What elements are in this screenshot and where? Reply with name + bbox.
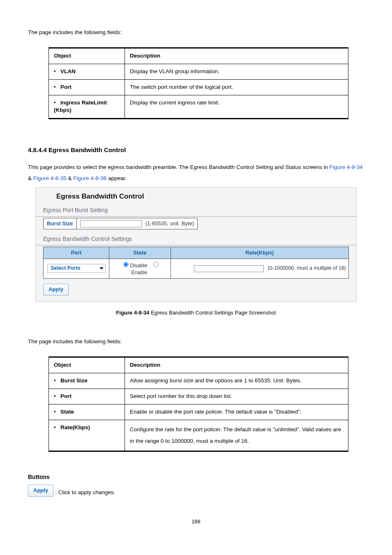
obj-cell: •Burst Size [49, 373, 125, 388]
desc-table-2: Object Description •Burst Size Allow ass… [48, 356, 348, 452]
figure-link-1[interactable]: Figure 4-8-34 [330, 164, 363, 170]
obj-cell: •VLAN [49, 64, 125, 79]
desc-cell: Enable or disable the port rate policer.… [125, 404, 348, 420]
section-heading: 4.8.4.4 Egress Bandwidth Control [28, 146, 364, 154]
figure-caption: Figure 4-8-34 Egress Bandwidth Control S… [28, 309, 364, 317]
state-enable-radio[interactable] [153, 262, 159, 267]
rate-cell: (0-1000000, must a multiple of 16) [171, 259, 349, 278]
state-disable-radio[interactable] [123, 262, 129, 267]
desc-cell: Allow assigning burst size and the optio… [125, 373, 348, 388]
th-description: Description [125, 48, 348, 64]
figure-link-2[interactable]: Figure 4-8-35 [33, 175, 67, 181]
apply-desc: : Click to apply changes. [55, 489, 115, 497]
desc-table-1: Object Description •VLAN Display the VLA… [48, 47, 348, 119]
obj-cell: •Ingress RateLimit (Kbps) [49, 95, 125, 119]
select-ports-dropdown[interactable]: Select Ports [47, 264, 106, 273]
th-port: Port [44, 247, 109, 259]
apply-button-doc[interactable]: Apply [28, 485, 53, 497]
obj-cell: •State [49, 404, 125, 420]
egress-panel: Egress Bandwidth Control Egress Port Bur… [35, 187, 357, 302]
burst-hint: (1-65535, unit: Byte) [145, 220, 194, 227]
ctl-heading: Egress Bandwidth Control Settings [36, 234, 356, 245]
burst-table: Burst Size (1-65535, unit: Byte) [43, 218, 198, 229]
fields-lead-1: The page includes the following fields: [28, 29, 364, 37]
th-state: State [109, 247, 171, 259]
ctl-table: Port State Rate(Kbps) Select Ports Disab… [43, 247, 349, 279]
th-object: Object [49, 48, 125, 64]
state-cell: Disable Enable [109, 259, 171, 278]
burst-input-cell: (1-65535, unit: Byte) [76, 218, 197, 229]
desc-cell: The switch port number of the logical po… [125, 79, 348, 95]
buttons-heading: Buttons [28, 473, 364, 481]
rate-hint: (0-1000000, must a multiple of 16) [268, 265, 346, 271]
desc-cell: Display the current ingress rate limit. [125, 95, 348, 119]
desc-cell: Select port number for this drop down li… [125, 388, 348, 404]
desc-cell: Display the VLAN group information. [125, 64, 348, 79]
burst-label: Burst Size [44, 218, 77, 229]
page-number: 188 [28, 518, 364, 525]
th-rate: Rate(Kbps) [171, 247, 349, 259]
figure-link-3[interactable]: Figure 4-8-36 [73, 175, 106, 181]
port-cell: Select Ports [44, 259, 109, 278]
state-disable-label[interactable]: Disable [121, 263, 147, 268]
panel-title: Egress Bandwidth Control [36, 187, 356, 205]
section-lead: This page provides to select the egress … [28, 162, 364, 184]
chevron-down-icon [99, 267, 104, 270]
rate-input[interactable] [194, 265, 264, 272]
desc-cell: Configure the rate for the port policer.… [125, 420, 348, 451]
burst-size-input[interactable] [80, 220, 142, 227]
burst-heading: Egress Port Burst Setting [36, 205, 356, 217]
apply-button[interactable]: Apply [43, 284, 69, 296]
th-object: Object [49, 357, 125, 373]
th-description: Description [125, 357, 348, 373]
obj-cell: •Port [49, 388, 125, 404]
obj-cell: •Rate(Kbps) [49, 420, 125, 451]
fields-lead-2: The page includes the following fields: [28, 338, 364, 346]
obj-cell: •Port [49, 79, 125, 95]
